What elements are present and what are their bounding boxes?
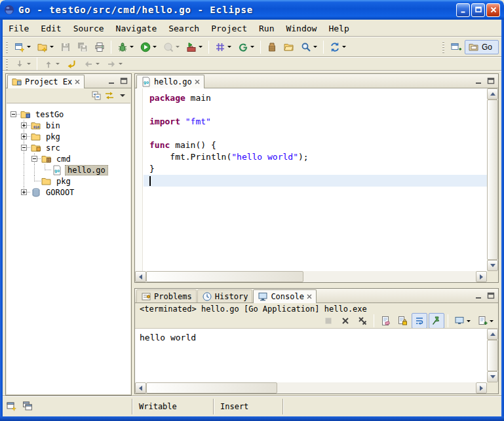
expander-icon[interactable] [20,142,30,153]
maximize-button[interactable] [471,3,485,17]
profile-button[interactable] [161,39,182,55]
next-annotation-button[interactable] [12,58,33,70]
close-view-icon[interactable] [75,79,80,84]
expander-icon[interactable] [20,120,30,131]
scroll-up-button[interactable] [487,88,498,100]
tree-item-src[interactable]: src [7,142,130,153]
tab-history[interactable]: History [197,289,253,302]
remove-launch-button[interactable] [338,313,353,329]
terminate-button[interactable] [320,313,336,329]
link-with-editor-button[interactable] [103,90,116,101]
tree-item-testgo[interactable]: testGo [7,109,130,120]
go-build-button[interactable] [212,39,234,55]
scroll-down-button[interactable] [487,371,498,382]
scroll-down-button[interactable] [487,260,498,271]
menu-file[interactable]: File [3,22,35,35]
archive-import-button[interactable] [264,39,280,55]
code-area[interactable]: package main import "fmt" func main() { … [144,88,487,271]
menu-project[interactable]: Project [205,22,253,35]
menu-navigate[interactable]: Navigate [110,22,163,35]
external-tools-button[interactable] [184,39,205,55]
minimize-view-button[interactable] [473,290,484,301]
menu-run[interactable]: Run [253,22,280,35]
tree-item-cmd[interactable]: cmd [7,153,130,164]
tab-console[interactable]: Console [253,289,317,303]
menu-edit[interactable]: Edit [35,22,67,35]
menu-help[interactable]: Help [322,22,355,35]
minimize-view-button[interactable] [106,75,117,86]
scrollbar-thumb[interactable] [146,382,277,394]
maximize-view-button[interactable] [485,290,496,301]
go-perspective-button[interactable]: Go [465,40,499,54]
print-button[interactable] [92,39,107,55]
run-button[interactable] [138,39,159,55]
previous-annotation-button[interactable] [41,58,62,70]
tab-problems[interactable]: Problems [136,289,197,302]
fast-view-icon[interactable] [7,401,17,411]
toolbar-grip[interactable] [6,41,8,53]
console-output[interactable]: hello world [135,329,487,382]
close-tab-icon[interactable] [195,79,200,84]
save-all-button[interactable] [75,39,90,55]
scroll-right-button[interactable] [476,382,487,394]
debug-button[interactable] [115,39,136,55]
go-g-button[interactable] [235,39,257,55]
expander-icon[interactable] [20,187,30,198]
open-perspective-button[interactable] [448,39,464,55]
last-edit-location-button[interactable] [64,58,79,70]
library-icon [31,187,41,198]
tree-item-goroot[interactable]: GOROOT [7,187,130,198]
toolbar-grip[interactable] [6,58,8,70]
scroll-lock-button[interactable] [395,313,410,329]
clear-console-button[interactable] [378,313,393,329]
trim-views-icon[interactable] [22,401,33,411]
menu-search[interactable]: Search [163,22,205,35]
maximize-view-button[interactable] [118,75,129,86]
remove-all-launches-button[interactable] [355,313,370,329]
scroll-up-button[interactable] [487,329,498,340]
window-titlebar[interactable]: Go - testGo/src/cmd/hello.go - Eclipse [0,0,504,20]
scrollbar-thumb[interactable] [146,271,303,282]
view-menu-button[interactable] [116,90,129,101]
scroll-left-button[interactable] [135,382,146,394]
display-selected-console-button[interactable] [452,313,473,329]
back-button[interactable] [81,58,102,70]
scrollbar-thumb[interactable] [487,340,498,371]
annotation-ruler[interactable] [135,88,143,271]
minimize-view-button[interactable] [473,75,484,86]
expander-icon[interactable] [30,153,41,164]
tree-item-bin[interactable]: 010 bin [7,120,130,131]
pin-console-button[interactable] [429,313,444,329]
expander-icon[interactable] [20,131,30,142]
editor-vertical-scrollbar[interactable] [487,88,498,271]
synchronize-button[interactable] [327,39,349,55]
perspective-bar-grip[interactable] [442,41,444,53]
tree-item-pkg-src[interactable]: pkg [7,175,130,187]
save-button[interactable] [58,39,73,55]
scrollbar-thumb[interactable] [487,100,498,260]
scroll-right-button[interactable] [476,271,487,282]
console-vertical-scrollbar[interactable] [487,329,498,382]
console-horizontal-scrollbar[interactable] [135,382,487,394]
close-tab-icon[interactable] [307,294,312,299]
forward-button[interactable] [104,58,125,70]
editor-horizontal-scrollbar[interactable] [135,271,487,282]
tab-project-explorer[interactable]: Project Ex [7,75,85,88]
tree-item-pkg[interactable]: pkg [7,131,130,142]
scroll-left-button[interactable] [135,271,146,282]
expander-icon[interactable] [9,109,20,120]
close-button[interactable] [486,3,500,17]
new-wizard-button[interactable] [12,39,33,55]
tab-hello-go[interactable]: go hello.go [136,75,204,88]
word-wrap-button[interactable] [412,313,427,329]
open-console-button[interactable] [475,313,496,329]
maximize-view-button[interactable] [485,75,496,86]
collapse-all-button[interactable] [90,90,103,101]
open-folder-button[interactable] [281,39,297,55]
search-button[interactable] [298,39,320,55]
new-element-button[interactable] [35,39,56,55]
menu-window[interactable]: Window [280,22,322,35]
menu-source[interactable]: Source [68,22,110,35]
minimize-button[interactable] [456,3,470,17]
tree-item-hello-go[interactable]: go hello.go [7,164,130,175]
